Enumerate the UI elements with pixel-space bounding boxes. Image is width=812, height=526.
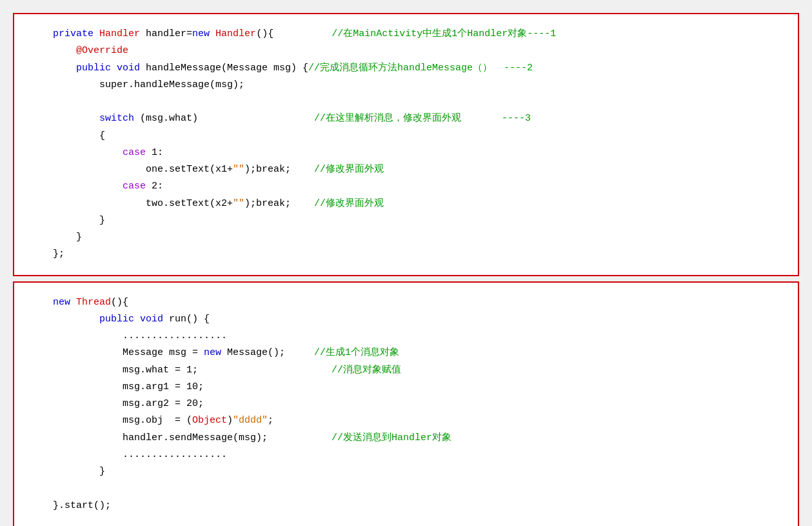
page-container: private Handler handler=new Handler(){ /… (13, 13, 799, 526)
code-block-2: new Thread(){ public void run() { ......… (13, 281, 799, 527)
code-block-1: private Handler handler=new Handler(){ /… (13, 13, 799, 276)
code-line-2: new Thread(){ public void run() { ......… (30, 297, 451, 511)
code-line-1: private Handler handler=new Handler(){ /… (30, 28, 556, 259)
